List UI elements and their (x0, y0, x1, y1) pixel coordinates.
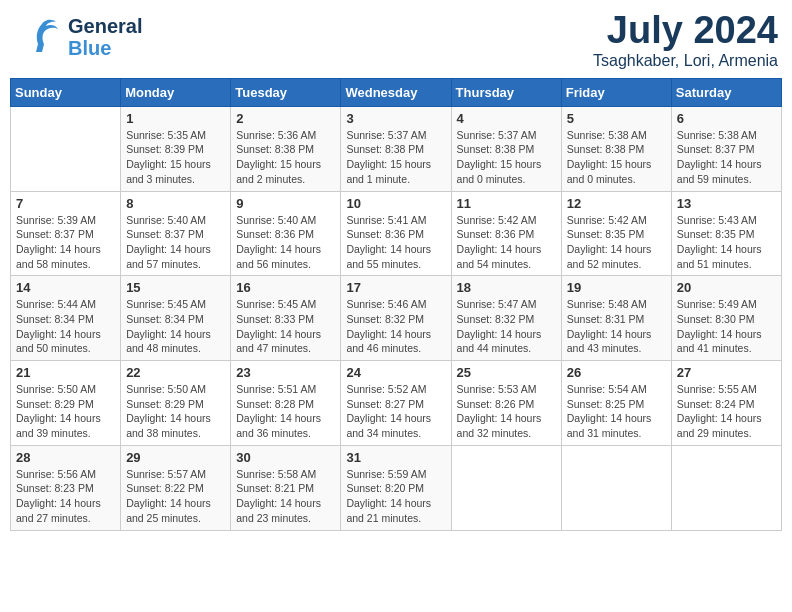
day-number: 24 (346, 365, 445, 380)
calendar-cell (561, 445, 671, 530)
day-number: 15 (126, 280, 225, 295)
day-number: 14 (16, 280, 115, 295)
day-number: 3 (346, 111, 445, 126)
day-number: 16 (236, 280, 335, 295)
weekday-header-thursday: Thursday (451, 78, 561, 106)
day-number: 17 (346, 280, 445, 295)
day-info: Sunrise: 5:56 AMSunset: 8:23 PMDaylight:… (16, 467, 115, 526)
calendar-cell: 23Sunrise: 5:51 AMSunset: 8:28 PMDayligh… (231, 361, 341, 446)
logo: General Blue (14, 10, 142, 64)
day-info: Sunrise: 5:53 AMSunset: 8:26 PMDaylight:… (457, 382, 556, 441)
week-row-2: 7Sunrise: 5:39 AMSunset: 8:37 PMDaylight… (11, 191, 782, 276)
calendar-cell: 22Sunrise: 5:50 AMSunset: 8:29 PMDayligh… (121, 361, 231, 446)
page-header: General Blue July 2024 Tsaghkaber, Lori,… (10, 10, 782, 70)
week-row-5: 28Sunrise: 5:56 AMSunset: 8:23 PMDayligh… (11, 445, 782, 530)
day-info: Sunrise: 5:54 AMSunset: 8:25 PMDaylight:… (567, 382, 666, 441)
day-info: Sunrise: 5:38 AMSunset: 8:37 PMDaylight:… (677, 128, 776, 187)
day-number: 25 (457, 365, 556, 380)
day-number: 28 (16, 450, 115, 465)
logo-icon (14, 10, 64, 64)
calendar-cell: 15Sunrise: 5:45 AMSunset: 8:34 PMDayligh… (121, 276, 231, 361)
calendar-cell: 9Sunrise: 5:40 AMSunset: 8:36 PMDaylight… (231, 191, 341, 276)
location: Tsaghkaber, Lori, Armenia (593, 52, 778, 70)
day-info: Sunrise: 5:41 AMSunset: 8:36 PMDaylight:… (346, 213, 445, 272)
calendar-cell: 28Sunrise: 5:56 AMSunset: 8:23 PMDayligh… (11, 445, 121, 530)
day-info: Sunrise: 5:58 AMSunset: 8:21 PMDaylight:… (236, 467, 335, 526)
day-number: 5 (567, 111, 666, 126)
day-number: 21 (16, 365, 115, 380)
calendar-cell: 12Sunrise: 5:42 AMSunset: 8:35 PMDayligh… (561, 191, 671, 276)
day-number: 2 (236, 111, 335, 126)
calendar-cell: 13Sunrise: 5:43 AMSunset: 8:35 PMDayligh… (671, 191, 781, 276)
week-row-3: 14Sunrise: 5:44 AMSunset: 8:34 PMDayligh… (11, 276, 782, 361)
calendar-cell: 30Sunrise: 5:58 AMSunset: 8:21 PMDayligh… (231, 445, 341, 530)
calendar-cell: 29Sunrise: 5:57 AMSunset: 8:22 PMDayligh… (121, 445, 231, 530)
calendar-cell: 25Sunrise: 5:53 AMSunset: 8:26 PMDayligh… (451, 361, 561, 446)
calendar-cell: 6Sunrise: 5:38 AMSunset: 8:37 PMDaylight… (671, 106, 781, 191)
logo-text: General Blue (68, 15, 142, 59)
day-info: Sunrise: 5:36 AMSunset: 8:38 PMDaylight:… (236, 128, 335, 187)
calendar-cell: 17Sunrise: 5:46 AMSunset: 8:32 PMDayligh… (341, 276, 451, 361)
weekday-header-friday: Friday (561, 78, 671, 106)
calendar-cell: 1Sunrise: 5:35 AMSunset: 8:39 PMDaylight… (121, 106, 231, 191)
day-info: Sunrise: 5:46 AMSunset: 8:32 PMDaylight:… (346, 297, 445, 356)
weekday-header-row: SundayMondayTuesdayWednesdayThursdayFrid… (11, 78, 782, 106)
day-number: 29 (126, 450, 225, 465)
calendar-cell: 31Sunrise: 5:59 AMSunset: 8:20 PMDayligh… (341, 445, 451, 530)
day-info: Sunrise: 5:35 AMSunset: 8:39 PMDaylight:… (126, 128, 225, 187)
calendar-cell (451, 445, 561, 530)
day-info: Sunrise: 5:47 AMSunset: 8:32 PMDaylight:… (457, 297, 556, 356)
calendar-cell: 7Sunrise: 5:39 AMSunset: 8:37 PMDaylight… (11, 191, 121, 276)
day-info: Sunrise: 5:51 AMSunset: 8:28 PMDaylight:… (236, 382, 335, 441)
day-number: 4 (457, 111, 556, 126)
calendar-table: SundayMondayTuesdayWednesdayThursdayFrid… (10, 78, 782, 531)
day-number: 1 (126, 111, 225, 126)
day-info: Sunrise: 5:49 AMSunset: 8:30 PMDaylight:… (677, 297, 776, 356)
month-year: July 2024 (593, 10, 778, 52)
calendar-cell: 2Sunrise: 5:36 AMSunset: 8:38 PMDaylight… (231, 106, 341, 191)
day-number: 13 (677, 196, 776, 211)
day-number: 23 (236, 365, 335, 380)
logo-blue: Blue (68, 37, 111, 59)
day-info: Sunrise: 5:44 AMSunset: 8:34 PMDaylight:… (16, 297, 115, 356)
day-number: 8 (126, 196, 225, 211)
weekday-header-saturday: Saturday (671, 78, 781, 106)
day-info: Sunrise: 5:50 AMSunset: 8:29 PMDaylight:… (126, 382, 225, 441)
calendar-cell: 21Sunrise: 5:50 AMSunset: 8:29 PMDayligh… (11, 361, 121, 446)
calendar-cell: 24Sunrise: 5:52 AMSunset: 8:27 PMDayligh… (341, 361, 451, 446)
calendar-cell (671, 445, 781, 530)
calendar-cell: 8Sunrise: 5:40 AMSunset: 8:37 PMDaylight… (121, 191, 231, 276)
weekday-header-sunday: Sunday (11, 78, 121, 106)
day-number: 27 (677, 365, 776, 380)
day-info: Sunrise: 5:38 AMSunset: 8:38 PMDaylight:… (567, 128, 666, 187)
logo-general: General (68, 15, 142, 37)
calendar-cell: 26Sunrise: 5:54 AMSunset: 8:25 PMDayligh… (561, 361, 671, 446)
day-info: Sunrise: 5:39 AMSunset: 8:37 PMDaylight:… (16, 213, 115, 272)
day-number: 18 (457, 280, 556, 295)
day-number: 10 (346, 196, 445, 211)
calendar-cell: 27Sunrise: 5:55 AMSunset: 8:24 PMDayligh… (671, 361, 781, 446)
day-info: Sunrise: 5:40 AMSunset: 8:36 PMDaylight:… (236, 213, 335, 272)
day-info: Sunrise: 5:37 AMSunset: 8:38 PMDaylight:… (346, 128, 445, 187)
day-info: Sunrise: 5:40 AMSunset: 8:37 PMDaylight:… (126, 213, 225, 272)
calendar-cell: 5Sunrise: 5:38 AMSunset: 8:38 PMDaylight… (561, 106, 671, 191)
day-info: Sunrise: 5:45 AMSunset: 8:34 PMDaylight:… (126, 297, 225, 356)
weekday-header-monday: Monday (121, 78, 231, 106)
title-section: July 2024 Tsaghkaber, Lori, Armenia (593, 10, 778, 70)
day-number: 20 (677, 280, 776, 295)
weekday-header-tuesday: Tuesday (231, 78, 341, 106)
day-number: 6 (677, 111, 776, 126)
calendar-cell: 16Sunrise: 5:45 AMSunset: 8:33 PMDayligh… (231, 276, 341, 361)
week-row-1: 1Sunrise: 5:35 AMSunset: 8:39 PMDaylight… (11, 106, 782, 191)
day-number: 12 (567, 196, 666, 211)
day-number: 7 (16, 196, 115, 211)
weekday-header-wednesday: Wednesday (341, 78, 451, 106)
calendar-cell: 19Sunrise: 5:48 AMSunset: 8:31 PMDayligh… (561, 276, 671, 361)
calendar-cell: 18Sunrise: 5:47 AMSunset: 8:32 PMDayligh… (451, 276, 561, 361)
day-info: Sunrise: 5:45 AMSunset: 8:33 PMDaylight:… (236, 297, 335, 356)
calendar-cell: 10Sunrise: 5:41 AMSunset: 8:36 PMDayligh… (341, 191, 451, 276)
day-number: 9 (236, 196, 335, 211)
day-info: Sunrise: 5:52 AMSunset: 8:27 PMDaylight:… (346, 382, 445, 441)
day-info: Sunrise: 5:37 AMSunset: 8:38 PMDaylight:… (457, 128, 556, 187)
calendar-cell: 20Sunrise: 5:49 AMSunset: 8:30 PMDayligh… (671, 276, 781, 361)
